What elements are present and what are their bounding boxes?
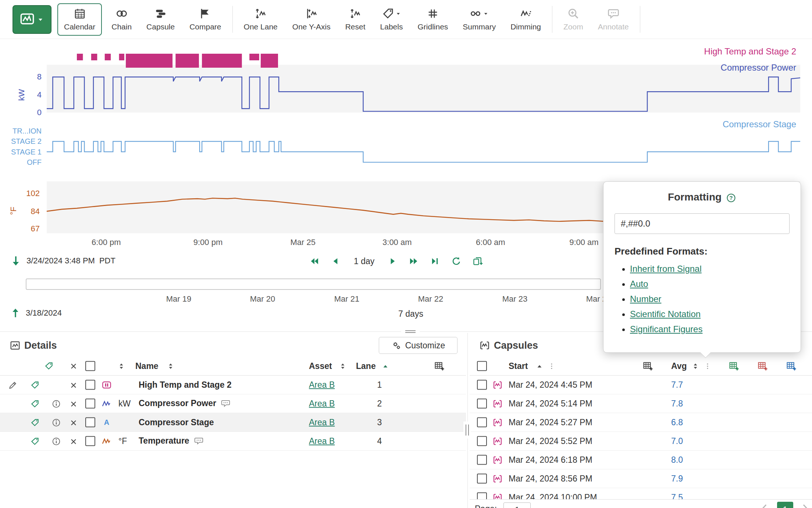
- next-page-icon[interactable]: [799, 502, 810, 508]
- investigate-range-duration[interactable]: 7 days: [398, 309, 423, 319]
- column-header-lane[interactable]: Lane: [356, 361, 376, 371]
- row-checkbox[interactable]: [85, 418, 95, 427]
- x-icon[interactable]: [69, 399, 78, 408]
- table-add-icon[interactable]: [729, 360, 740, 372]
- comment-icon[interactable]: [221, 399, 231, 409]
- toolbar-item-dimming[interactable]: Dimming: [503, 7, 548, 31]
- sort-asc-icon[interactable]: [381, 362, 390, 371]
- display-range-start-label[interactable]: 3/24/2024 3:48 PM: [26, 256, 95, 266]
- comment-icon[interactable]: [194, 436, 204, 446]
- capsule-bar[interactable]: [91, 54, 97, 60]
- toolbar-item-chain[interactable]: Chain: [104, 7, 139, 31]
- x-icon[interactable]: [69, 362, 78, 371]
- capsule-bar[interactable]: [175, 54, 199, 68]
- asset-link[interactable]: Area B: [309, 436, 335, 446]
- horizontal-splitter-handle-icon[interactable]: [401, 328, 420, 335]
- derive-icon[interactable]: [30, 380, 40, 390]
- column-header-avg[interactable]: Avg: [671, 361, 687, 371]
- investigate-range-start-label[interactable]: 3/18/2024: [26, 308, 62, 318]
- toolbar-item-labels[interactable]: Labels: [373, 7, 410, 31]
- row-checkbox[interactable]: [85, 399, 95, 409]
- dup-next-icon[interactable]: [472, 256, 483, 267]
- asset-link[interactable]: Area B: [309, 418, 335, 427]
- kebab-icon[interactable]: [548, 362, 556, 370]
- table-add-icon[interactable]: [642, 360, 653, 372]
- step-back-icon[interactable]: [330, 256, 341, 267]
- derive-icon[interactable]: [30, 399, 40, 409]
- page-input[interactable]: [503, 502, 531, 508]
- format-option-link[interactable]: Inherit from Signal: [630, 264, 702, 274]
- select-all-checkbox[interactable]: [85, 361, 95, 371]
- info-icon[interactable]: [51, 418, 61, 427]
- toolbar-item-gridlines[interactable]: Gridlines: [410, 7, 455, 31]
- table-add-icon[interactable]: [434, 360, 445, 372]
- previous-page-icon[interactable]: [759, 502, 770, 508]
- select-all-checkbox[interactable]: [477, 361, 487, 371]
- current-page-button[interactable]: 1: [777, 502, 793, 508]
- row-checkbox[interactable]: [477, 418, 487, 427]
- sort-both-icon[interactable]: [338, 362, 347, 371]
- asset-link[interactable]: Area B: [309, 380, 335, 390]
- capsule-bar[interactable]: [105, 54, 111, 60]
- capsule-bar[interactable]: [202, 54, 242, 68]
- derive-icon[interactable]: [44, 361, 54, 371]
- pencil-icon[interactable]: [8, 380, 18, 390]
- row-checkbox[interactable]: [85, 380, 95, 390]
- asset-link[interactable]: Area B: [309, 399, 335, 409]
- arrow-down-icon[interactable]: [10, 255, 22, 267]
- range-selector-bar[interactable]: [26, 278, 601, 290]
- capsule-bar[interactable]: [126, 54, 172, 68]
- row-checkbox[interactable]: [477, 436, 487, 446]
- rewind-icon[interactable]: [309, 256, 320, 267]
- sort-both-icon[interactable]: [166, 362, 175, 371]
- column-header-name[interactable]: Name: [135, 361, 159, 371]
- skip-end-icon[interactable]: [430, 256, 441, 267]
- toolbar-item-annotate[interactable]: Annotate: [591, 7, 636, 31]
- x-icon[interactable]: [69, 381, 78, 390]
- toolbar-item-capsule[interactable]: Capsule: [139, 7, 182, 31]
- duration-label[interactable]: 1 day: [354, 256, 374, 266]
- derive-icon[interactable]: [30, 437, 40, 446]
- format-option-link[interactable]: Number: [630, 294, 661, 304]
- table-add-icon[interactable]: [757, 360, 768, 372]
- x-icon[interactable]: [69, 418, 78, 427]
- toolbar-item-summary[interactable]: Summary: [455, 7, 503, 31]
- format-option-link[interactable]: Auto: [630, 279, 648, 289]
- column-header-start[interactable]: Start: [509, 361, 528, 371]
- capsule-bar[interactable]: [249, 54, 259, 60]
- customize-button[interactable]: Customize: [379, 337, 457, 354]
- compressor-stage-series[interactable]: [47, 141, 800, 162]
- step-fwd-icon[interactable]: [387, 256, 398, 267]
- capsule-bar[interactable]: [77, 54, 83, 60]
- arrow-up-icon[interactable]: [10, 307, 21, 319]
- timezone-label[interactable]: PDT: [99, 256, 115, 266]
- view-selector-button[interactable]: [13, 5, 51, 34]
- capsule-bar[interactable]: [119, 54, 124, 60]
- sort-asc-icon[interactable]: [535, 362, 544, 371]
- row-checkbox[interactable]: [477, 455, 487, 465]
- kebab-icon[interactable]: [704, 362, 712, 370]
- ffwd-icon[interactable]: [408, 256, 419, 267]
- toolbar-item-compare[interactable]: Compare: [182, 7, 228, 31]
- toolbar-item-one-y-axis[interactable]: One Y-Axis: [285, 7, 338, 31]
- format-option-link[interactable]: Significant Figures: [630, 324, 702, 334]
- help-icon[interactable]: ?: [726, 193, 736, 203]
- sort-both-icon[interactable]: [691, 362, 700, 371]
- toolbar-item-calendar[interactable]: Calendar: [57, 3, 102, 36]
- derive-icon[interactable]: [30, 418, 40, 427]
- toolbar-item-reset[interactable]: Reset: [338, 7, 373, 31]
- row-checkbox[interactable]: [85, 436, 95, 446]
- refresh-icon[interactable]: [451, 256, 462, 267]
- toolbar-item-one-lane[interactable]: One Lane: [236, 7, 285, 31]
- vertical-splitter-handle-icon[interactable]: [463, 422, 471, 438]
- info-icon[interactable]: [51, 399, 61, 409]
- table-add-icon[interactable]: [786, 360, 797, 372]
- row-checkbox[interactable]: [477, 380, 487, 390]
- column-header-asset[interactable]: Asset: [309, 361, 332, 371]
- x-icon[interactable]: [69, 437, 78, 446]
- toolbar-item-zoom[interactable]: Zoom: [556, 7, 591, 31]
- capsule-bar[interactable]: [261, 54, 278, 68]
- sort-both-icon[interactable]: [117, 362, 126, 371]
- vertical-splitter[interactable]: [467, 333, 468, 508]
- row-checkbox[interactable]: [477, 474, 487, 484]
